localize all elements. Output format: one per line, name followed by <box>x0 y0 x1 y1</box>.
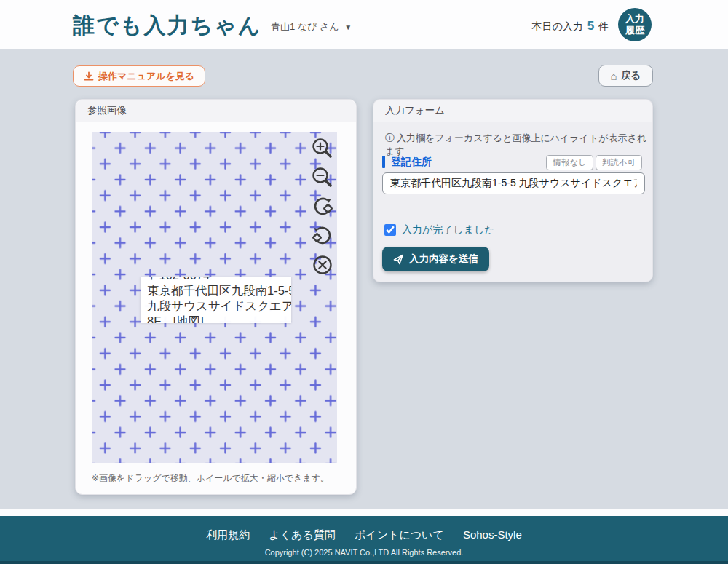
history-badge-line1: 入力 <box>625 13 644 25</box>
no-info-badge-button[interactable]: 情報なし <box>546 155 593 170</box>
input-complete-checkbox[interactable] <box>384 224 396 236</box>
today-unit: 件 <box>598 20 609 32</box>
back-button[interactable]: ⌂ 戻る <box>598 65 653 87</box>
unreadable-badge-button[interactable]: 判読不可 <box>596 155 642 170</box>
reference-image-panel: 参照画像 〒102-0074 東京都千代田区九段南1-5-5 九段サウスサイドス… <box>75 99 357 495</box>
home-icon: ⌂ <box>611 70 617 82</box>
image-viewer[interactable]: 〒102-0074 東京都千代田区九段南1-5-5 九段サウスサイドスクエア 8… <box>92 132 337 463</box>
footer-link-terms[interactable]: 利用規約 <box>206 528 250 541</box>
copyright-text: Copyright (C) 2025 NAVIT Co.,LTD All Rig… <box>0 548 728 557</box>
field-label: 登記住所 <box>391 156 432 169</box>
form-info-label: 入力欄をフォーカスすると画像上にハイライトが表示されます <box>385 132 646 156</box>
map-address-postal: 〒102-0074 <box>147 277 285 283</box>
badge-group: 情報なし 判読不可 <box>546 155 642 170</box>
history-badge-line2: 履歴 <box>625 25 644 36</box>
back-button-label: 戻る <box>621 69 641 82</box>
footer-link-points[interactable]: ポイントについて <box>355 528 444 541</box>
map-address-line2: 九段サウスサイドスクエア <box>147 298 285 314</box>
image-panel-title: 参照画像 <box>76 100 356 122</box>
user-name: 青山1 なび さん <box>271 21 339 32</box>
field-label-accent-bar <box>382 156 385 168</box>
app-header: 誰でも入力ちゃん 青山1 なび さん ▼ 本日の入力 5 件 入力 履歴 <box>0 0 728 49</box>
registered-address-input[interactable] <box>382 172 645 194</box>
viewer-controls <box>309 135 336 278</box>
completion-check-row: 入力が完了しました <box>384 223 495 237</box>
chevron-down-icon: ▼ <box>344 23 352 31</box>
today-entry-count: 本日の入力 5 件 <box>531 19 609 33</box>
submit-button[interactable]: 入力内容を送信 <box>382 247 489 271</box>
info-icon: ⓘ <box>385 132 395 143</box>
input-complete-label: 入力が完了しました <box>402 223 495 237</box>
rotate-ccw-icon[interactable] <box>309 223 336 249</box>
input-form-panel: 入力フォーム ⓘ入力欄をフォーカスすると画像上にハイライトが表示されます 登記住… <box>373 99 653 282</box>
manual-button-label: 操作マニュアルを見る <box>98 70 194 83</box>
footer-bottom-strip <box>0 561 728 564</box>
submit-button-label: 入力内容を送信 <box>409 253 478 266</box>
rotate-cw-icon[interactable] <box>309 194 336 220</box>
map-address-line1: 東京都千代田区九段南1-5-5 <box>147 283 285 298</box>
manual-button[interactable]: 操作マニュアルを見る <box>73 65 205 87</box>
zoom-in-icon[interactable] <box>309 135 336 162</box>
zoom-out-icon[interactable] <box>309 164 336 191</box>
page-footer: 利用規約 よくある質問 ポイントについて Sohos-Style Copyrig… <box>0 516 728 564</box>
content-bottom-strip <box>0 509 728 516</box>
app-title: 誰でも入力ちゃん <box>73 11 262 41</box>
form-panel-title: 入力フォーム <box>373 100 652 122</box>
send-icon <box>393 254 404 265</box>
map-address-line3: 8F [地図] <box>147 314 285 323</box>
map-address-label: 〒102-0074 東京都千代田区九段南1-5-5 九段サウスサイドスクエア 8… <box>141 277 291 323</box>
user-menu[interactable]: 青山1 なび さん ▼ <box>271 20 352 33</box>
form-info-text: ⓘ入力欄をフォーカスすると画像上にハイライトが表示されます <box>385 132 652 158</box>
today-count-value: 5 <box>587 19 594 33</box>
form-divider <box>382 207 645 207</box>
download-icon <box>84 71 94 82</box>
reset-view-icon[interactable] <box>309 252 336 278</box>
today-label: 本日の入力 <box>531 20 582 32</box>
footer-link-faq[interactable]: よくある質問 <box>269 528 335 541</box>
input-history-button[interactable]: 入力 履歴 <box>618 8 652 41</box>
field-label-row: 登記住所 情報なし 判読不可 <box>382 155 645 170</box>
footer-links: 利用規約 よくある質問 ポイントについて Sohos-Style <box>0 528 728 542</box>
footer-link-sohos-style[interactable]: Sohos-Style <box>463 528 522 541</box>
viewer-caption: ※画像をドラッグで移動、ホイールで拡大・縮小できます。 <box>92 472 329 485</box>
